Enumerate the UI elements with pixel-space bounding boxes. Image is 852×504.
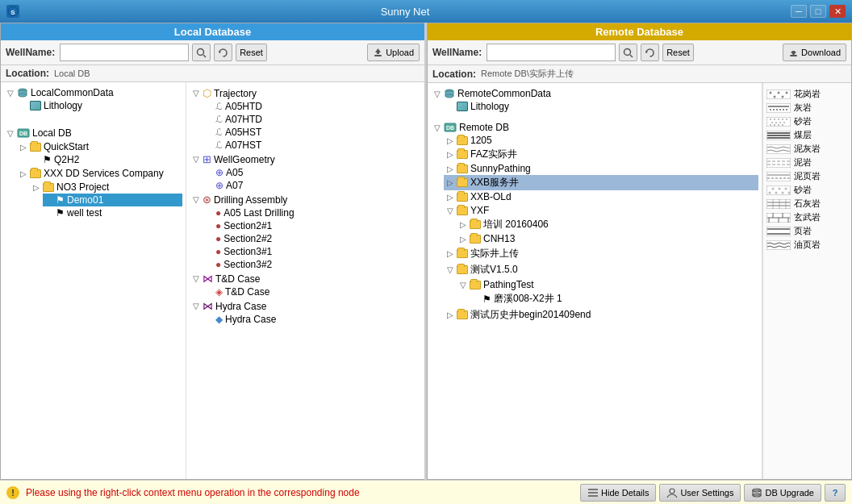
tree-row-r1205[interactable]: ▷ 1205 xyxy=(444,134,758,147)
tree-row-remotecommondata[interactable]: ▽ RemoteCommonData xyxy=(431,87,758,100)
remote-panel-header: Remote Database xyxy=(428,23,851,40)
tree-row-hydra[interactable]: ▽ ⋈ Hydra Case xyxy=(190,299,421,313)
legend-label-yeiyan: 页岩 xyxy=(794,225,812,237)
tree-row-lithology-local[interactable]: Lithology xyxy=(17,99,182,112)
tree-row-rcnh13[interactable]: ▷ CNH13 xyxy=(457,232,758,245)
tree-row-section22[interactable]: ● Section2#2 xyxy=(203,232,421,245)
svg-point-43 xyxy=(778,124,779,126)
tree-node-quickstart: ▷ QuickStart ⚑ Q2H2 xyxy=(17,140,182,166)
local-location-value: Local DB xyxy=(54,69,90,78)
folder-rhistory xyxy=(457,310,468,319)
legend-nihuiyan: 泥灰岩 xyxy=(766,143,848,155)
svg-point-2 xyxy=(198,48,204,55)
local-reset-button[interactable]: Reset xyxy=(236,44,267,61)
lithology-remote-label: Lithology xyxy=(470,101,509,112)
tree-node-wellgeometry: ▽ ⊞ WellGeometry ⊕ A05 xyxy=(190,152,421,192)
title-bar: S Sunny Net ─ □ ✕ xyxy=(0,0,852,23)
tree-row-td-item[interactable]: ◈ T&D Case xyxy=(203,285,421,298)
remote-refresh-button[interactable] xyxy=(641,44,659,61)
tree-row-rtest[interactable]: ▽ 测试V1.5.0 xyxy=(444,262,758,277)
remote-search-button[interactable] xyxy=(619,44,637,61)
tree-node-remotedb: ▽ DB Remote DB ▷ xyxy=(431,121,758,323)
tree-row-localdb[interactable]: ▽ DB Local DB xyxy=(4,127,182,140)
help-button[interactable]: ? xyxy=(825,484,846,502)
tree-row-rfaz[interactable]: ▷ FAZ实际井 xyxy=(444,147,758,162)
local-right-tree[interactable]: ▽ ⬡ Trajectory ℒ A05HTD xyxy=(186,82,424,479)
tree-row-wellgeometry[interactable]: ▽ ⊞ WellGeometry xyxy=(190,152,421,166)
tree-row-rhistory[interactable]: ▷ 测试历史井begin201409end xyxy=(444,307,758,323)
tree-row-rxxbservice[interactable]: ▷ XXB服务井 xyxy=(444,175,758,190)
local-panel-header: Local Database xyxy=(1,23,424,40)
remote-tree[interactable]: ▽ RemoteCommonData xyxy=(428,83,762,479)
tree-row-ryxf[interactable]: ▽ YXF xyxy=(444,204,758,217)
hydra-children: ◆ Hydra Case xyxy=(203,313,421,326)
tree-row-rxxbold[interactable]: ▷ XXB-OLd xyxy=(444,190,758,203)
a07hst-label: A07HST xyxy=(225,140,261,151)
remote-location-bar: Location: Remote DB\实际井上传 xyxy=(428,65,851,83)
remote-reset-button[interactable]: Reset xyxy=(662,44,694,61)
local-location-bar: Location: Local DB xyxy=(1,65,424,82)
tree-row-da-a05last[interactable]: ● A05 Last Drilling xyxy=(203,206,421,219)
folder-rtrain xyxy=(470,220,481,229)
tree-row-rpathing[interactable]: ▽ PathingTest xyxy=(457,278,758,291)
tree-row-rtrain[interactable]: ▷ 培训 20160406 xyxy=(457,217,758,232)
tree-row-a07htd[interactable]: ℒ A07HTD xyxy=(203,113,421,126)
tree-row-section31[interactable]: ● Section3#1 xyxy=(203,245,421,258)
restore-button[interactable]: □ xyxy=(810,5,826,18)
close-button[interactable]: ✕ xyxy=(829,5,846,18)
tree-row-quickstart[interactable]: ▷ QuickStart xyxy=(17,140,182,153)
tree-row-xxxdd[interactable]: ▷ XXX DD Services Company xyxy=(17,167,182,180)
tree-row-section32[interactable]: ● Section3#2 xyxy=(203,258,421,271)
tree-row-rwell1[interactable]: ⚑ 磨溪008-X2井 1 xyxy=(470,291,758,306)
local-search-button[interactable] xyxy=(192,44,211,61)
tree-row-rshiji[interactable]: ▷ 实际井上传 xyxy=(444,246,758,261)
tree-row-trajectory[interactable]: ▽ ⬡ Trajectory xyxy=(190,86,421,100)
tree-row-lithology-remote[interactable]: Lithology xyxy=(444,100,758,113)
tree-row-hydra-item[interactable]: ◆ Hydra Case xyxy=(203,313,421,326)
user-settings-button[interactable]: User Settings xyxy=(659,484,741,502)
tree-row-wg-a05[interactable]: ⊕ A05 xyxy=(203,166,421,179)
tree-row-rsunny[interactable]: ▷ SunnyPathing xyxy=(444,162,758,175)
local-left-tree[interactable]: ▽ LocalCommonData xyxy=(1,82,186,479)
local-upload-button[interactable]: Upload xyxy=(367,44,420,61)
remote-wellname-input[interactable] xyxy=(487,44,616,61)
tree-row-a05hst[interactable]: ℒ A05HST xyxy=(203,126,421,139)
lithology-icon-remote xyxy=(457,102,468,111)
tree-row-section21[interactable]: ● Section2#1 xyxy=(203,219,421,232)
r1205-label: 1205 xyxy=(470,135,492,146)
wg-a07-label: A07 xyxy=(226,180,243,191)
remote-wellname-label: WellName: xyxy=(432,47,482,58)
legend-huiyan: 灰岩 xyxy=(766,102,848,114)
well-icon-q2h2: ⚑ xyxy=(43,154,52,165)
local-refresh-button[interactable] xyxy=(214,44,232,61)
tree-row-welltest[interactable]: ⚑ well test xyxy=(43,206,182,219)
svg-rect-5 xyxy=(374,55,382,56)
status-icon: ! xyxy=(6,486,19,499)
local-wellname-input[interactable] xyxy=(60,44,189,61)
db-upgrade-button[interactable]: DB Upgrade xyxy=(744,484,821,502)
legend-label-shayan2: 砂岩 xyxy=(794,184,812,196)
tree-row-a05htd[interactable]: ℒ A05HTD xyxy=(203,100,421,113)
tree-row-localcommondata[interactable]: ▽ LocalCommonData xyxy=(4,86,182,99)
tree-row-demo01[interactable]: ⚑ Demo01 xyxy=(43,194,182,206)
tree-row-a07hst[interactable]: ℒ A07HST xyxy=(203,139,421,152)
tree-node-xxxdd: ▷ XXX DD Services Company ▷ xyxy=(17,167,182,219)
tree-row-q2h2[interactable]: ⚑ Q2H2 xyxy=(30,153,182,166)
tree-row-td[interactable]: ▽ ⋈ T&D Case xyxy=(190,272,421,285)
svg-point-62 xyxy=(782,191,784,194)
svg-line-3 xyxy=(203,55,206,57)
folder-rcnh13 xyxy=(470,235,481,244)
tree-row-remotedb[interactable]: ▽ DB Remote DB xyxy=(431,121,758,134)
svg-rect-80 xyxy=(766,240,791,250)
tree-row-drilling[interactable]: ▽ ⊛ Drilling Assembly xyxy=(190,193,421,206)
tree-row-no3[interactable]: ▷ NO3 Project xyxy=(30,181,182,194)
hide-details-button[interactable]: Hide Details xyxy=(580,484,656,502)
tree-row-wg-a07[interactable]: ⊕ A07 xyxy=(203,179,421,192)
local-wellname-label: WellName: xyxy=(6,47,55,58)
remote-download-button[interactable]: Download xyxy=(783,44,846,61)
legend-label-youyeiyan: 油页岩 xyxy=(794,239,821,251)
refresh-icon xyxy=(218,48,228,58)
db-upgrade-icon xyxy=(751,487,762,498)
remote-search-icon xyxy=(623,48,633,58)
minimize-button[interactable]: ─ xyxy=(791,5,807,18)
